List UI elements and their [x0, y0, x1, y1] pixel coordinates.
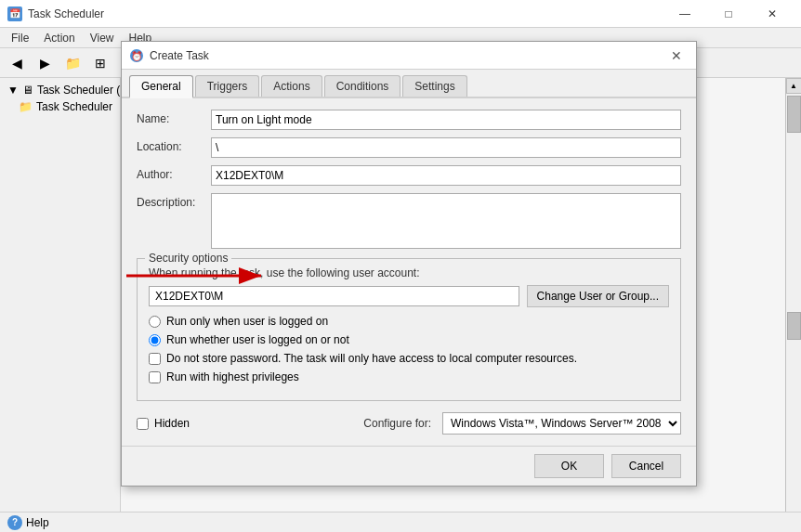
- description-label: Description:: [137, 193, 211, 209]
- radio-logged-on[interactable]: [149, 316, 161, 328]
- sidebar-scheduler-icon: 📁: [19, 100, 33, 113]
- hidden-checkbox-group: Hidden: [137, 417, 190, 430]
- svg-text:⏰: ⏰: [131, 50, 143, 62]
- scroll-up[interactable]: ▲: [786, 78, 802, 94]
- sidebar-root-label: Task Scheduler (L: [37, 84, 120, 97]
- sidebar-scheduler-label: Task Scheduler: [36, 100, 112, 113]
- radio-whether-label: Run whether user is logged on or not: [166, 333, 349, 346]
- checkbox-highest-priv-row: Run with highest privileges: [149, 370, 669, 383]
- sidebar-expand-icon: ▼: [7, 84, 19, 97]
- toolbar-back[interactable]: ◀: [4, 51, 30, 75]
- right-scrollbar: ▲ ▼: [785, 78, 801, 532]
- configure-label: Configure for:: [363, 417, 431, 430]
- hidden-checkbox[interactable]: [137, 418, 149, 430]
- name-label: Name:: [137, 110, 211, 125]
- dialog-titlebar: ⏰ Create Task ✕: [122, 42, 696, 70]
- sidebar-root-icon: 🖥: [22, 84, 33, 97]
- toolbar-grid[interactable]: ⊞: [87, 51, 113, 75]
- tab-actions[interactable]: Actions: [261, 75, 322, 97]
- app-icon: 📅: [7, 6, 22, 21]
- location-row: Location:: [137, 137, 681, 158]
- checkbox-highest-priv-label: Run with highest privileges: [166, 370, 299, 383]
- tab-settings[interactable]: Settings: [402, 75, 466, 97]
- radio-whether-row: Run whether user is logged on or not: [149, 333, 669, 346]
- os-window: 📅 Task Scheduler — □ ✕ File Action View …: [0, 0, 801, 532]
- hidden-label: Hidden: [154, 417, 190, 430]
- menu-file[interactable]: File: [4, 30, 36, 46]
- checkbox-no-password-label: Do not store password. The task will onl…: [166, 352, 577, 365]
- close-button[interactable]: ✕: [751, 0, 794, 27]
- ok-button[interactable]: OK: [534, 454, 604, 478]
- account-label: When running the task, use the following…: [149, 266, 669, 279]
- checkbox-no-password[interactable]: [149, 353, 161, 365]
- dialog-body: Name: Location: Author: Description: Sec…: [122, 98, 696, 446]
- dialog-icon: ⏰: [129, 48, 144, 63]
- change-user-button[interactable]: Change User or Group...: [527, 285, 669, 307]
- main-titlebar: 📅 Task Scheduler — □ ✕: [0, 0, 801, 28]
- help-text: Help: [26, 516, 49, 529]
- maximize-button[interactable]: □: [707, 0, 750, 27]
- dialog-close-button[interactable]: ✕: [664, 44, 689, 68]
- scroll-thumb[interactable]: [787, 96, 801, 133]
- user-account-input[interactable]: [149, 286, 519, 306]
- help-icon: ?: [7, 515, 22, 530]
- bottom-row: Hidden Configure for: Windows Vista™, Wi…: [137, 412, 681, 435]
- name-row: Name:: [137, 110, 681, 130]
- app-title: Task Scheduler: [28, 7, 658, 20]
- sidebar-item-scheduler[interactable]: 📁 Task Scheduler: [0, 98, 120, 115]
- tab-conditions[interactable]: Conditions: [324, 75, 401, 97]
- author-input[interactable]: [211, 165, 681, 186]
- name-input[interactable]: [211, 110, 681, 130]
- sidebar: ▼ 🖥 Task Scheduler (L 📁 Task Scheduler: [0, 78, 121, 532]
- statusbar: ? Help: [0, 512, 801, 532]
- security-group-title: Security options: [145, 252, 231, 265]
- menu-action[interactable]: Action: [36, 30, 82, 46]
- sidebar-item-root[interactable]: ▼ 🖥 Task Scheduler (L: [0, 82, 120, 98]
- scroll-thumb-2[interactable]: [787, 312, 801, 340]
- description-input[interactable]: [211, 193, 681, 249]
- toolbar-forward[interactable]: ▶: [32, 51, 58, 75]
- toolbar-folder[interactable]: 📁: [59, 51, 85, 75]
- checkbox-no-password-row: Do not store password. The task will onl…: [149, 352, 669, 365]
- location-label: Location:: [137, 137, 211, 153]
- checkbox-highest-priv[interactable]: [149, 371, 161, 383]
- radio-logged-on-row: Run only when user is logged on: [149, 315, 669, 328]
- dialog-footer: OK Cancel: [122, 446, 696, 486]
- configure-select[interactable]: Windows Vista™, Windows Server™ 2008 Win…: [442, 412, 681, 435]
- minimize-button[interactable]: —: [663, 0, 706, 27]
- tabs: General Triggers Actions Conditions Sett…: [122, 70, 696, 98]
- tab-triggers[interactable]: Triggers: [195, 75, 260, 97]
- help-group: ? Help: [7, 515, 49, 530]
- titlebar-controls: — □ ✕: [663, 0, 794, 27]
- menu-view[interactable]: View: [83, 30, 122, 46]
- author-label: Author:: [137, 165, 211, 181]
- radio-logged-on-label: Run only when user is logged on: [166, 315, 328, 328]
- dialog-title: Create Task: [150, 49, 659, 62]
- description-row: Description:: [137, 193, 681, 249]
- tab-general[interactable]: General: [129, 75, 193, 98]
- cancel-button[interactable]: Cancel: [611, 454, 681, 478]
- radio-whether[interactable]: [149, 334, 161, 346]
- user-account-row: Change User or Group...: [149, 285, 669, 307]
- dialog: ⏰ Create Task ✕ General Triggers Actions…: [121, 41, 697, 487]
- security-group: Security options When running the task, …: [137, 258, 681, 401]
- location-input[interactable]: [211, 137, 681, 158]
- author-row: Author:: [137, 165, 681, 186]
